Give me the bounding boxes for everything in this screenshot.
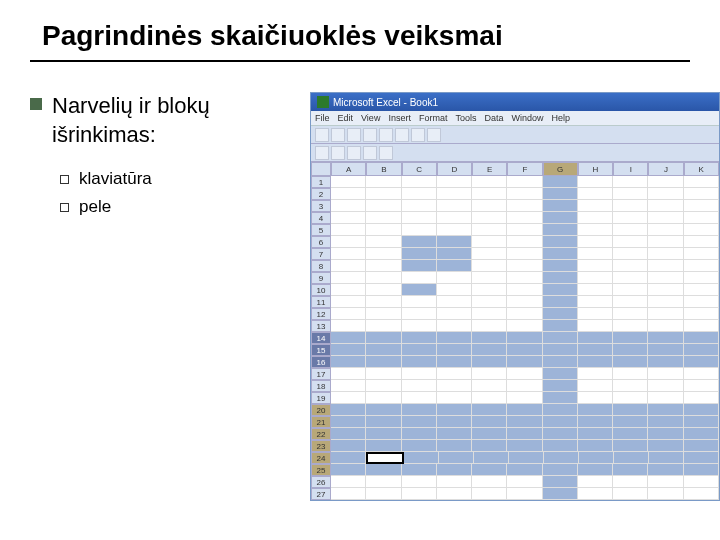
- cell: [366, 224, 401, 236]
- hollow-square-icon: [60, 175, 69, 184]
- text-column: Narvelių ir blokų išrinkimas: klaviatūra…: [30, 92, 290, 501]
- cell: [684, 380, 719, 392]
- cell: [543, 380, 578, 392]
- cell: [437, 200, 472, 212]
- content-area: Narvelių ir blokų išrinkimas: klaviatūra…: [30, 92, 690, 501]
- cell: [578, 392, 613, 404]
- cell: [402, 380, 437, 392]
- cell: [331, 452, 366, 464]
- cell: [543, 392, 578, 404]
- cell: [613, 320, 648, 332]
- cell: [437, 344, 472, 356]
- cell: [684, 392, 719, 404]
- toolbar-button: [347, 146, 361, 160]
- cell: [613, 344, 648, 356]
- row-header: 9: [311, 272, 331, 284]
- cell: [437, 236, 472, 248]
- cell: [507, 212, 542, 224]
- toolbar-button: [379, 128, 393, 142]
- row-header: 19: [311, 392, 331, 404]
- cell: [684, 488, 719, 500]
- cell: [613, 356, 648, 368]
- cell: [543, 440, 578, 452]
- cell: [543, 212, 578, 224]
- cell: [366, 452, 404, 464]
- cell: [613, 416, 648, 428]
- cell: [472, 356, 507, 368]
- cell: [648, 344, 683, 356]
- cell: [648, 236, 683, 248]
- row-header: 16: [311, 356, 331, 368]
- menu-item: Insert: [388, 113, 411, 123]
- cell: [507, 380, 542, 392]
- cell: [648, 380, 683, 392]
- column-headers: ABCDEFGHIJK: [311, 162, 719, 176]
- cell: [507, 320, 542, 332]
- menu-item: View: [361, 113, 380, 123]
- toolbar-button: [363, 146, 377, 160]
- toolbar-button: [379, 146, 393, 160]
- cell: [366, 440, 401, 452]
- cell: [648, 308, 683, 320]
- cell: [402, 368, 437, 380]
- cell: [366, 188, 401, 200]
- cell: [648, 224, 683, 236]
- cell: [507, 236, 542, 248]
- toolbar-button: [395, 128, 409, 142]
- cell: [331, 176, 366, 188]
- cell: [507, 296, 542, 308]
- select-all-corner: [311, 162, 331, 176]
- cell: [648, 320, 683, 332]
- cell: [613, 332, 648, 344]
- cell: [331, 212, 366, 224]
- cell: [402, 188, 437, 200]
- cell: [648, 248, 683, 260]
- cell: [543, 236, 578, 248]
- cell: [613, 248, 648, 260]
- row-header: 18: [311, 380, 331, 392]
- cell: [613, 440, 648, 452]
- cell: [684, 332, 719, 344]
- window-title: Microsoft Excel - Book1: [333, 97, 438, 108]
- cell: [684, 308, 719, 320]
- cell: [402, 464, 437, 476]
- grid-row: 10: [311, 284, 719, 296]
- menu-item: Data: [484, 113, 503, 123]
- cell: [402, 308, 437, 320]
- cell: [366, 176, 401, 188]
- grid-row: 26: [311, 476, 719, 488]
- cell: [402, 488, 437, 500]
- cell: [437, 380, 472, 392]
- cell: [331, 320, 366, 332]
- grid-row: 23: [311, 440, 719, 452]
- cell: [472, 404, 507, 416]
- list-item: pele: [60, 197, 290, 217]
- cell: [507, 416, 542, 428]
- cell: [578, 260, 613, 272]
- cell: [331, 488, 366, 500]
- cell: [648, 212, 683, 224]
- column-header: I: [613, 162, 648, 176]
- cell: [543, 320, 578, 332]
- menu-item: File: [315, 113, 330, 123]
- toolbar-button: [411, 128, 425, 142]
- row-header: 10: [311, 284, 331, 296]
- toolbar-button: [331, 128, 345, 142]
- cell: [684, 428, 719, 440]
- cell: [648, 488, 683, 500]
- cell: [648, 416, 683, 428]
- row-header: 11: [311, 296, 331, 308]
- cell: [509, 452, 544, 464]
- cell: [331, 476, 366, 488]
- grid-row: 21: [311, 416, 719, 428]
- cell: [472, 260, 507, 272]
- cell: [684, 248, 719, 260]
- grid-row: 20: [311, 404, 719, 416]
- cell: [402, 476, 437, 488]
- cell: [543, 476, 578, 488]
- cell: [543, 272, 578, 284]
- cell: [507, 476, 542, 488]
- grid-row: 16: [311, 356, 719, 368]
- column-header: E: [472, 162, 507, 176]
- cell: [437, 332, 472, 344]
